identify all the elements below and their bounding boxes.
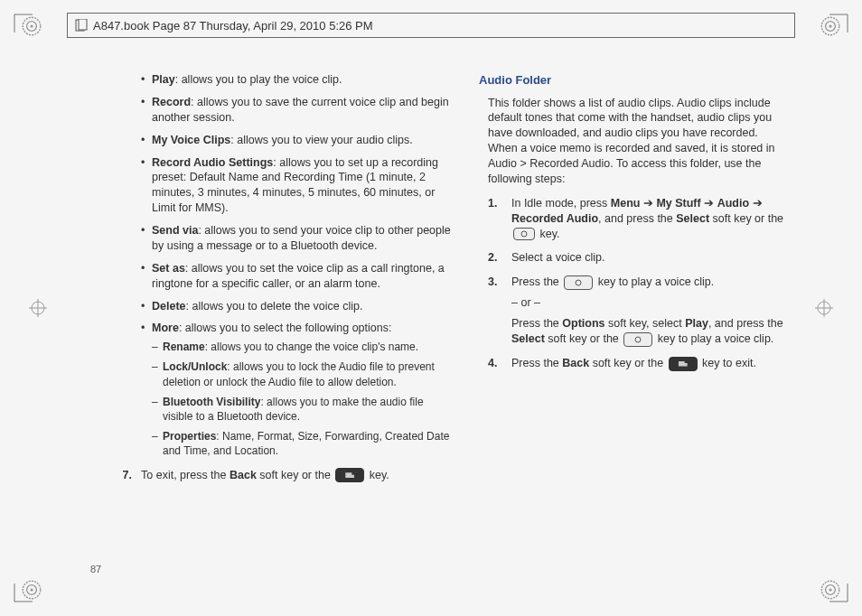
ok-key-icon [623, 332, 652, 347]
gear-icon [20, 578, 43, 602]
left-column: Play: allows you to play the voice clip.… [90, 72, 452, 562]
step-text: Press the key to play a voice clip. – or… [511, 275, 790, 347]
step-4: 4. Press the Back soft key or the key to… [479, 356, 790, 371]
svg-point-8 [30, 588, 33, 591]
ok-key-icon [513, 228, 535, 240]
document-icon [75, 19, 88, 32]
right-column: Audio Folder This folder shows a list of… [479, 72, 790, 562]
svg-rect-15 [79, 19, 87, 30]
step-text: In Idle mode, press Menu ➔ My Stuff ➔ Au… [511, 196, 790, 242]
list-item: Rename: allows you to change the voice c… [152, 340, 452, 354]
list-item: Properties: Name, Format, Size, Forwardi… [152, 429, 452, 458]
step-text: Press the Back soft key or the key to ex… [511, 356, 790, 371]
step-number: 2. [488, 250, 511, 266]
list-item: Record: allows you to save the current v… [141, 95, 452, 126]
registration-mark-icon [813, 297, 835, 319]
registration-mark-icon [27, 297, 49, 319]
step-7: 7. To exit, press the Back soft key or t… [141, 468, 452, 483]
header-text: A847.book Page 87 Thursday, April 29, 20… [93, 19, 373, 33]
ok-key-icon [564, 275, 593, 290]
page-number: 87 [90, 564, 101, 574]
step-number: 3. [488, 275, 511, 347]
step-number: 1. [488, 196, 511, 242]
page-content: Play: allows you to play the voice clip.… [90, 72, 790, 562]
list-item: Lock/Unlock: allows you to lock the Audi… [152, 359, 452, 388]
svg-point-2 [30, 24, 33, 27]
end-key-icon [669, 357, 698, 371]
svg-point-11 [829, 588, 831, 591]
list-item: Send via: allows you to send your voice … [141, 223, 452, 254]
list-item: Play: allows you to play the voice clip. [141, 72, 452, 88]
list-item: Set as: allows you to set the voice clip… [141, 261, 452, 292]
gear-icon [819, 578, 842, 602]
step-text: To exit, press the Back soft key or the … [141, 468, 452, 483]
intro-paragraph: This folder shows a list of audio clips.… [479, 96, 790, 187]
step-number: 4. [488, 356, 511, 371]
step-text: Select a voice clip. [511, 250, 790, 266]
list-item: Record Audio Settings: allows you to set… [141, 155, 452, 217]
step-2: 2. Select a voice clip. [479, 250, 790, 266]
or-separator: – or – [511, 295, 790, 311]
step-number: 7. [108, 468, 141, 483]
list-item: Bluetooth Visibility: allows you to make… [152, 395, 452, 424]
options-list: Play: allows you to play the voice clip.… [141, 72, 452, 459]
list-item: More: allows you to select the following… [141, 321, 452, 458]
gear-icon [819, 14, 842, 38]
page-header: A847.book Page 87 Thursday, April 29, 20… [67, 13, 795, 38]
section-heading: Audio Folder [479, 72, 790, 89]
end-key-icon [335, 468, 364, 482]
gear-icon [20, 14, 43, 38]
more-sub-list: Rename: allows you to change the voice c… [152, 340, 452, 458]
list-item: My Voice Clips: allows you to view your … [141, 133, 452, 148]
step-1: 1. In Idle mode, press Menu ➔ My Stuff ➔… [479, 196, 790, 242]
svg-point-5 [829, 24, 831, 27]
list-item: Delete: allows you to delete the voice c… [141, 299, 452, 314]
step-3: 3. Press the key to play a voice clip. –… [479, 275, 790, 347]
